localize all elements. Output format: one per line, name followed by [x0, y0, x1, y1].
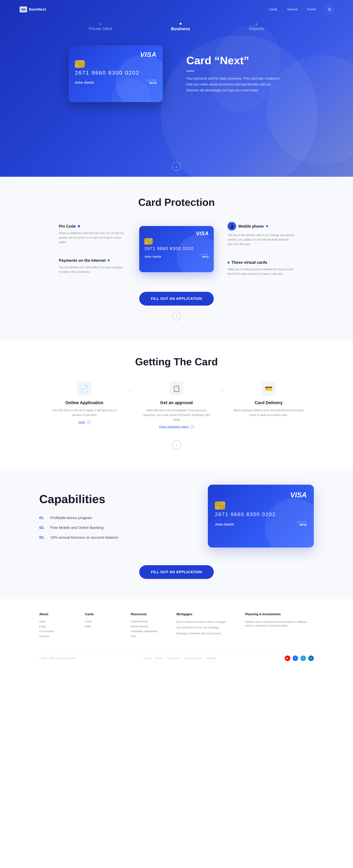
footer-link-planning-1[interactable]: Whether you're saving precious purchases…	[245, 620, 314, 628]
step-2-desc: Bank will inform you immediately. If you…	[141, 408, 212, 422]
footer-col-mortgages: Mortgages Buy or refinance insurance wit…	[176, 613, 245, 640]
footer-link-faq[interactable]: FAQ	[131, 635, 176, 638]
prot-item-payments: Payments on the Internet You can disable…	[59, 258, 126, 274]
footer-link-mortgage-3[interactable]: Mortgage SmartStart with Car Payment	[176, 631, 245, 636]
footer-link-mortgage-1[interactable]: Buy or refinance insurance with a mortga…	[176, 620, 245, 624]
footer-bottom-service[interactable]: Service	[155, 657, 163, 660]
navigation: BankNext Cards Service Invest	[0, 0, 353, 19]
hero-description: Your personal card for daily purposes. T…	[186, 75, 284, 93]
prot-mobile-title: Mobile phone	[239, 224, 264, 228]
nav-link-service[interactable]: Service	[287, 8, 297, 11]
footer-bottom-feedback[interactable]: Feedback	[206, 657, 216, 660]
cap-text-1: Profitable bonus program	[50, 516, 92, 520]
prot-virtual-text: Allow you to make payments without the p…	[227, 267, 294, 276]
footer-link-investors[interactable]: For investors	[39, 630, 85, 633]
capabilities-right: VISA 2671 9860 8300 0202 John Smith VALI…	[208, 485, 314, 548]
hero-tabs: Private Client Business Deposits	[0, 19, 353, 41]
prot-virtual-title: These virtual cards	[232, 260, 267, 265]
capabilities-card: VISA 2671 9860 8300 0202 John Smith VALI…	[208, 485, 314, 548]
card-protection-section: Card Protection Pin Code Allows to withd…	[0, 177, 353, 340]
cap-text-2: Free Mobile and Online Banking	[50, 526, 103, 530]
protection-right: 📱 Mobile phone The key to the security c…	[227, 222, 294, 276]
footer-link-legal[interactable]: Legal	[39, 625, 85, 628]
logo-text: BankNext	[29, 7, 46, 11]
getting-step-1: 📄 Online Application Fill in the form on…	[39, 381, 130, 424]
getting-grid: 📄 Online Application Fill in the form on…	[39, 381, 314, 428]
capability-item-3: 03. 10% annual bonuses on account balanc…	[39, 535, 184, 540]
footer-bottom-privacy[interactable]: Privacy	[143, 657, 151, 660]
prot-pin-title: Pin Code	[59, 224, 76, 228]
hero-content: VISA 2671 9860 8300 0202	[0, 41, 353, 118]
social-youtube[interactable]: ▶	[285, 655, 290, 661]
protection-center: VISA 2671 9860 8300 0202 John Smith VALI…	[139, 226, 214, 272]
footer-planning-title: Planning & Investments	[245, 613, 314, 616]
social-twitter[interactable]: t	[301, 655, 306, 661]
scroll-indicator[interactable]: ⌄	[172, 162, 181, 171]
footer-bottom: © 2019 – JPEG All rights reserved Privac…	[39, 651, 314, 661]
nav-link-cards[interactable]: Cards	[269, 8, 277, 11]
getting-arrow-2: ›	[222, 381, 223, 394]
step-2-title: Get an approval	[141, 400, 212, 405]
protection-card: VISA 2671 9860 8300 0202 John Smith VALI…	[139, 226, 214, 272]
footer-link-credit[interactable]: Credit	[85, 620, 131, 623]
footer-col-planning: Planning & Investments Whether you're sa…	[245, 613, 314, 640]
step-2-link[interactable]: Check application status	[159, 425, 189, 428]
footer-link-contacts[interactable]: Contacts	[39, 635, 85, 638]
capabilities-section: Capabilities 01. Profitable bonus progra…	[0, 469, 353, 598]
footer-link-news[interactable]: News	[39, 620, 85, 623]
step-2-info-icon[interactable]: i	[190, 425, 194, 429]
cap-num-2: 02.	[39, 526, 46, 530]
step-1-info-icon[interactable]: i	[87, 421, 91, 424]
prot-item-mobile: 📱 Mobile phone The key to the security c…	[227, 222, 294, 246]
card-chip	[75, 60, 85, 68]
tab-deposits[interactable]: Deposits	[249, 23, 264, 31]
fill-application-button-1[interactable]: FILL OUT AN APPLICATION	[139, 292, 214, 306]
nav-link-invest[interactable]: Invest	[307, 8, 316, 11]
footer-socials: ▶ f t in	[285, 655, 314, 661]
footer-link-online-banking[interactable]: Online Banking	[131, 620, 176, 623]
prot-item-pin: Pin Code Allows to withdraw cash from th…	[59, 224, 126, 245]
footer-columns: About News Legal For investors Contacts …	[39, 613, 314, 640]
footer-bottom-report[interactable]: Report a mistake	[184, 657, 202, 660]
footer-bottom-links: Privacy Service Terms of use Report a mi…	[143, 657, 216, 660]
card-protection-title: Card Protection	[39, 196, 314, 208]
step-3-title: Card Delivery	[234, 400, 304, 405]
card-valid-date: 06/16	[146, 81, 156, 85]
social-linkedin[interactable]: in	[308, 655, 314, 661]
protection-cta-wrap: FILL OUT AN APPLICATION	[39, 292, 314, 306]
down-arrow-1[interactable]: ↓	[172, 311, 181, 320]
footer-link-mobile-banking[interactable]: Mobile Banking	[131, 625, 176, 628]
capabilities-left: Capabilities 01. Profitable bonus progra…	[39, 492, 184, 540]
cap-num-3: 03.	[39, 535, 46, 540]
protection-grid: Pin Code Allows to withdraw cash from th…	[39, 222, 314, 276]
footer-link-debit[interactable]: Debit	[85, 625, 131, 628]
hero-text: Card “Next” Your personal card for daily…	[186, 54, 284, 93]
social-facebook[interactable]: f	[293, 655, 298, 661]
tab-business[interactable]: Business	[171, 23, 190, 31]
footer-col-cards: Cards Credit Debit	[85, 613, 131, 640]
capabilities-list: 01. Profitable bonus program 02. Free Mo…	[39, 516, 184, 540]
capabilities-inner: Capabilities 01. Profitable bonus progra…	[39, 485, 314, 548]
prot-pin-text: Allows to withdraw cash from the card. D…	[59, 231, 126, 245]
footer-link-mortgage-2[interactable]: How and When to Pay Your Mortgage	[176, 626, 245, 629]
footer-link-cardholder[interactable]: Cardholder agreements	[131, 630, 176, 633]
hamburger-button[interactable]	[325, 5, 333, 13]
step-3-desc: Bank employee delivers your card and doc…	[234, 408, 304, 417]
card-number: 2671 9860 8300 0202	[75, 70, 156, 76]
down-arrow-2[interactable]: ↓	[172, 440, 181, 449]
footer-bottom-terms[interactable]: Terms of use	[167, 657, 180, 660]
tab-private-client[interactable]: Private Client	[89, 23, 112, 31]
getting-step-3: 💳 Card Delivery Bank employee delivers y…	[223, 381, 314, 420]
footer: About News Legal For investors Contacts …	[0, 598, 353, 667]
capabilities-title: Capabilities	[39, 492, 184, 506]
protection-left: Pin Code Allows to withdraw cash from th…	[59, 224, 126, 274]
step-1-link[interactable]: Apply	[78, 421, 85, 424]
fill-application-button-2[interactable]: FILL OUT AN APPLICATION	[139, 565, 214, 579]
footer-col-resources: Resources Online Banking Mobile Banking …	[131, 613, 176, 640]
card-brand: VISA	[75, 51, 156, 58]
footer-col-about: About News Legal For investors Contacts	[39, 613, 85, 640]
footer-copyright: © 2019 – JPEG All rights reserved	[39, 657, 75, 660]
prot-item-virtual: These virtual cards Allow you to make pa…	[227, 260, 294, 276]
logo[interactable]: BankNext	[20, 6, 46, 12]
card-holder-name: John Smith	[75, 81, 94, 85]
